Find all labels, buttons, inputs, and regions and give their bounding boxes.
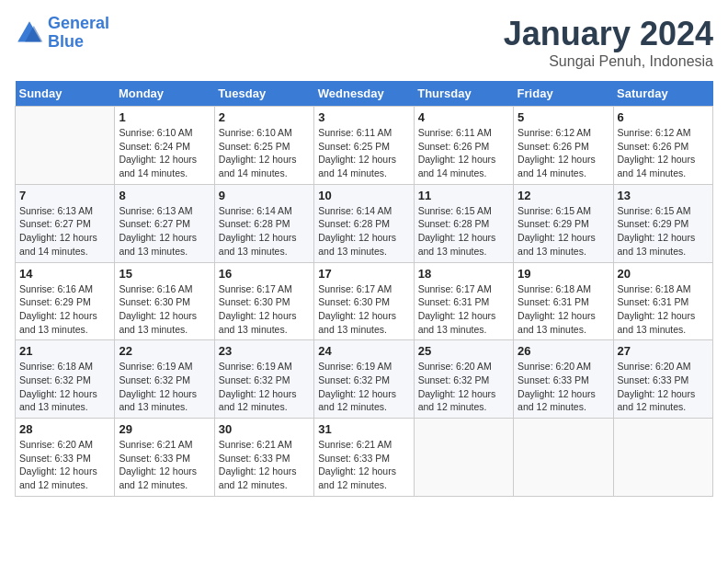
- calendar-week-row: 21Sunrise: 6:18 AM Sunset: 6:32 PM Dayli…: [16, 340, 713, 419]
- day-number: 28: [19, 422, 110, 436]
- calendar-day-header-wednesday: Wednesday: [314, 81, 414, 107]
- day-info: Sunrise: 6:11 AM Sunset: 6:26 PM Dayligh…: [418, 126, 509, 180]
- day-number: 18: [418, 267, 509, 281]
- day-info: Sunrise: 6:21 AM Sunset: 6:33 PM Dayligh…: [119, 438, 210, 492]
- calendar-cell: 14Sunrise: 6:16 AM Sunset: 6:29 PM Dayli…: [16, 262, 115, 340]
- calendar-cell: [514, 419, 613, 497]
- day-info: Sunrise: 6:17 AM Sunset: 6:30 PM Dayligh…: [318, 282, 409, 337]
- day-number: 23: [219, 344, 310, 358]
- calendar-cell: 26Sunrise: 6:20 AM Sunset: 6:33 PM Dayli…: [514, 340, 613, 419]
- day-number: 4: [418, 110, 509, 124]
- calendar-week-row: 7Sunrise: 6:13 AM Sunset: 6:27 PM Daylig…: [16, 184, 713, 262]
- day-info: Sunrise: 6:11 AM Sunset: 6:25 PM Dayligh…: [318, 126, 409, 180]
- day-number: 2: [219, 110, 310, 124]
- subtitle: Sungai Penuh, Indonesia: [504, 53, 713, 70]
- calendar-cell: 22Sunrise: 6:19 AM Sunset: 6:32 PM Dayli…: [115, 340, 214, 419]
- day-info: Sunrise: 6:20 AM Sunset: 6:33 PM Dayligh…: [618, 360, 709, 414]
- day-info: Sunrise: 6:19 AM Sunset: 6:32 PM Dayligh…: [119, 360, 210, 414]
- day-info: Sunrise: 6:20 AM Sunset: 6:33 PM Dayligh…: [518, 360, 609, 414]
- calendar-cell: 23Sunrise: 6:19 AM Sunset: 6:32 PM Dayli…: [214, 340, 313, 419]
- day-number: 15: [119, 267, 210, 281]
- calendar-cell: 31Sunrise: 6:21 AM Sunset: 6:33 PM Dayli…: [314, 419, 414, 497]
- calendar-day-header-monday: Monday: [115, 81, 214, 107]
- day-number: 26: [518, 344, 609, 358]
- day-number: 14: [19, 267, 110, 281]
- calendar-cell: 9Sunrise: 6:14 AM Sunset: 6:28 PM Daylig…: [214, 184, 313, 262]
- calendar-cell: 4Sunrise: 6:11 AM Sunset: 6:26 PM Daylig…: [414, 107, 513, 185]
- day-number: 27: [618, 344, 709, 358]
- day-info: Sunrise: 6:13 AM Sunset: 6:27 PM Dayligh…: [119, 204, 210, 259]
- day-info: Sunrise: 6:14 AM Sunset: 6:28 PM Dayligh…: [219, 204, 310, 259]
- calendar-cell: 8Sunrise: 6:13 AM Sunset: 6:27 PM Daylig…: [115, 184, 214, 262]
- calendar-cell: 13Sunrise: 6:15 AM Sunset: 6:29 PM Dayli…: [613, 184, 712, 262]
- day-number: 24: [318, 344, 409, 358]
- calendar-cell: 12Sunrise: 6:15 AM Sunset: 6:29 PM Dayli…: [514, 184, 613, 262]
- calendar-week-row: 28Sunrise: 6:20 AM Sunset: 6:33 PM Dayli…: [16, 419, 713, 497]
- day-info: Sunrise: 6:12 AM Sunset: 6:26 PM Dayligh…: [518, 126, 609, 180]
- day-number: 19: [518, 267, 609, 281]
- day-info: Sunrise: 6:15 AM Sunset: 6:28 PM Dayligh…: [418, 204, 509, 259]
- logo: General Blue: [15, 15, 109, 52]
- calendar-cell: 15Sunrise: 6:16 AM Sunset: 6:30 PM Dayli…: [115, 262, 214, 340]
- main-title: January 2024: [504, 15, 713, 53]
- calendar-cell: 29Sunrise: 6:21 AM Sunset: 6:33 PM Dayli…: [115, 419, 214, 497]
- day-number: 5: [518, 110, 609, 124]
- day-number: 31: [318, 422, 409, 436]
- page-header: General Blue January 2024 Sungai Penuh, …: [15, 15, 713, 70]
- calendar-cell: 25Sunrise: 6:20 AM Sunset: 6:32 PM Dayli…: [414, 340, 513, 419]
- day-number: 13: [618, 189, 709, 202]
- day-number: 29: [119, 422, 210, 436]
- calendar-cell: 7Sunrise: 6:13 AM Sunset: 6:27 PM Daylig…: [16, 184, 115, 262]
- day-number: 9: [219, 189, 310, 202]
- day-info: Sunrise: 6:14 AM Sunset: 6:28 PM Dayligh…: [318, 204, 409, 259]
- day-info: Sunrise: 6:16 AM Sunset: 6:30 PM Dayligh…: [119, 282, 210, 337]
- calendar-cell: 10Sunrise: 6:14 AM Sunset: 6:28 PM Dayli…: [314, 184, 414, 262]
- day-number: 20: [618, 267, 709, 281]
- calendar-cell: 1Sunrise: 6:10 AM Sunset: 6:24 PM Daylig…: [115, 107, 214, 185]
- calendar-week-row: 14Sunrise: 6:16 AM Sunset: 6:29 PM Dayli…: [16, 262, 713, 340]
- calendar-cell: [16, 107, 115, 185]
- day-info: Sunrise: 6:17 AM Sunset: 6:31 PM Dayligh…: [418, 282, 509, 337]
- day-number: 16: [219, 267, 310, 281]
- day-number: 8: [119, 189, 210, 202]
- calendar-cell: [613, 419, 712, 497]
- day-info: Sunrise: 6:20 AM Sunset: 6:33 PM Dayligh…: [19, 438, 110, 492]
- calendar-cell: 30Sunrise: 6:21 AM Sunset: 6:33 PM Dayli…: [214, 419, 313, 497]
- calendar-cell: 17Sunrise: 6:17 AM Sunset: 6:30 PM Dayli…: [314, 262, 414, 340]
- calendar-cell: 20Sunrise: 6:18 AM Sunset: 6:31 PM Dayli…: [613, 262, 712, 340]
- day-info: Sunrise: 6:18 AM Sunset: 6:31 PM Dayligh…: [618, 282, 709, 337]
- day-info: Sunrise: 6:15 AM Sunset: 6:29 PM Dayligh…: [618, 204, 709, 259]
- calendar-cell: 18Sunrise: 6:17 AM Sunset: 6:31 PM Dayli…: [414, 262, 513, 340]
- calendar-cell: 11Sunrise: 6:15 AM Sunset: 6:28 PM Dayli…: [414, 184, 513, 262]
- day-info: Sunrise: 6:17 AM Sunset: 6:30 PM Dayligh…: [219, 282, 310, 337]
- calendar-cell: 2Sunrise: 6:10 AM Sunset: 6:25 PM Daylig…: [214, 107, 313, 185]
- day-info: Sunrise: 6:13 AM Sunset: 6:27 PM Dayligh…: [19, 204, 110, 259]
- logo-icon: [15, 18, 44, 48]
- day-number: 7: [19, 189, 110, 202]
- calendar-cell: 24Sunrise: 6:19 AM Sunset: 6:32 PM Dayli…: [314, 340, 414, 419]
- day-info: Sunrise: 6:12 AM Sunset: 6:26 PM Dayligh…: [618, 126, 709, 180]
- logo-text: General Blue: [48, 15, 109, 52]
- day-info: Sunrise: 6:10 AM Sunset: 6:25 PM Dayligh…: [219, 126, 310, 180]
- day-number: 25: [418, 344, 509, 358]
- day-number: 17: [318, 267, 409, 281]
- calendar-day-header-friday: Friday: [514, 81, 613, 107]
- day-info: Sunrise: 6:20 AM Sunset: 6:32 PM Dayligh…: [418, 360, 509, 414]
- calendar-day-header-saturday: Saturday: [613, 81, 712, 107]
- calendar-cell: 28Sunrise: 6:20 AM Sunset: 6:33 PM Dayli…: [16, 419, 115, 497]
- calendar-cell: 6Sunrise: 6:12 AM Sunset: 6:26 PM Daylig…: [613, 107, 712, 185]
- calendar-cell: 27Sunrise: 6:20 AM Sunset: 6:33 PM Dayli…: [613, 340, 712, 419]
- calendar-week-row: 1Sunrise: 6:10 AM Sunset: 6:24 PM Daylig…: [16, 107, 713, 185]
- calendar-day-header-tuesday: Tuesday: [214, 81, 313, 107]
- day-number: 21: [19, 344, 110, 358]
- day-info: Sunrise: 6:21 AM Sunset: 6:33 PM Dayligh…: [318, 438, 409, 492]
- day-number: 11: [418, 189, 509, 202]
- calendar-cell: [414, 419, 513, 497]
- day-number: 12: [518, 189, 609, 202]
- calendar-cell: 19Sunrise: 6:18 AM Sunset: 6:31 PM Dayli…: [514, 262, 613, 340]
- day-info: Sunrise: 6:19 AM Sunset: 6:32 PM Dayligh…: [318, 360, 409, 414]
- day-info: Sunrise: 6:10 AM Sunset: 6:24 PM Dayligh…: [119, 126, 210, 180]
- calendar-cell: 3Sunrise: 6:11 AM Sunset: 6:25 PM Daylig…: [314, 107, 414, 185]
- calendar-header-row: SundayMondayTuesdayWednesdayThursdayFrid…: [16, 81, 713, 107]
- day-number: 3: [318, 110, 409, 124]
